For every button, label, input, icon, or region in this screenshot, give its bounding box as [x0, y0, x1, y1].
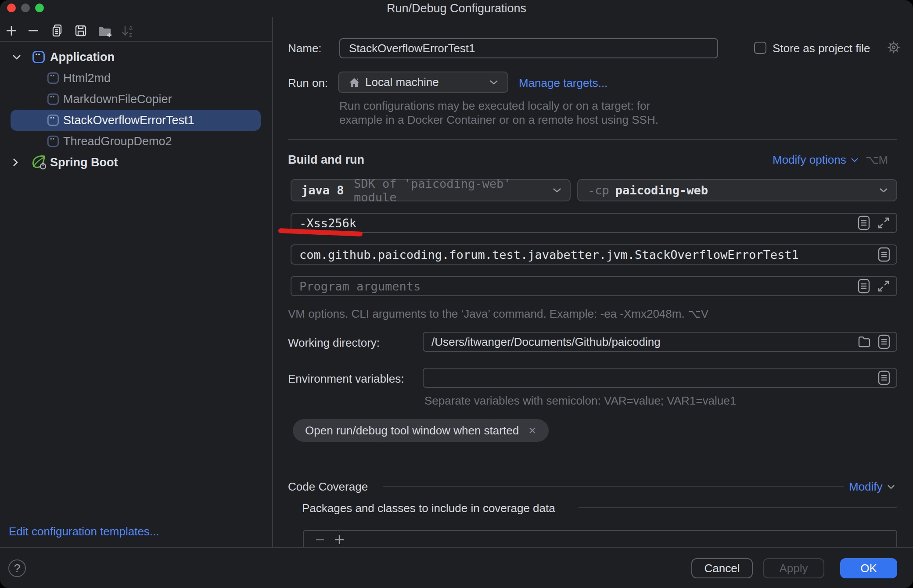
svg-text:z: z: [129, 31, 132, 38]
run-on-value: Local machine: [365, 75, 439, 89]
main-class-input[interactable]: com.github.paicoding.forum.test.javabett…: [291, 244, 897, 265]
tree-item-label: Application: [50, 50, 115, 64]
folder-icon[interactable]: [858, 336, 871, 348]
tree-item-spring-boot[interactable]: Spring Boot: [0, 152, 272, 173]
section-separator: [288, 139, 897, 140]
add-pattern-icon[interactable]: [334, 534, 345, 545]
modify-options-dropdown[interactable]: Modify options ⌥M: [773, 153, 888, 167]
footer-separator: [0, 547, 913, 548]
tree-item-label: Spring Boot: [50, 156, 118, 169]
remove-pattern-icon[interactable]: [314, 534, 326, 545]
tree-item-label: Html2md: [63, 72, 111, 85]
working-directory-label: Working directory:: [288, 336, 380, 350]
modify-options-label: Modify options: [773, 153, 846, 167]
expand-list-icon[interactable]: [878, 247, 890, 262]
help-button[interactable]: ?: [8, 559, 26, 577]
remove-configuration-icon[interactable]: [26, 24, 40, 38]
chevron-down-icon: [552, 187, 562, 193]
modify-options-shortcut: ⌥M: [866, 153, 888, 167]
tree-item-html2md[interactable]: Html2md: [0, 68, 272, 89]
sort-alphabetically-icon[interactable]: a z: [120, 24, 135, 39]
environment-variables-hint: Separate variables with semicolon: VAR=v…: [424, 394, 736, 408]
sidebar-divider: [272, 17, 273, 547]
save-configuration-icon[interactable]: [74, 24, 88, 38]
tree-item-label: StackOverflowErrorTest1: [63, 114, 194, 127]
code-coverage-separator: [383, 486, 844, 487]
jre-select[interactable]: java 8 SDK of 'paicoding-web' module: [291, 179, 571, 201]
window-title: Run/Debug Configurations: [0, 2, 913, 15]
code-coverage-title: Code Coverage: [288, 480, 368, 494]
spring-boot-icon: [31, 155, 47, 170]
program-arguments-input[interactable]: Program arguments: [291, 276, 897, 296]
application-run-config-icon: [32, 50, 46, 64]
environment-variables-input[interactable]: [423, 368, 897, 388]
name-input[interactable]: StackOverflowErrorTest1: [339, 38, 718, 58]
close-icon[interactable]: ×: [528, 424, 536, 437]
run-config-icon: [47, 72, 60, 85]
add-configuration-icon[interactable]: [4, 24, 18, 38]
home-icon: [349, 77, 360, 88]
store-as-project-file-checkbox[interactable]: [754, 42, 766, 54]
run-on-hint-line1: Run configurations may be executed local…: [339, 99, 650, 113]
chevron-down-icon: [489, 79, 499, 85]
run-config-icon: [47, 93, 60, 106]
chevron-down-icon: [851, 158, 859, 162]
expand-list-icon[interactable]: [878, 334, 890, 349]
run-on-select[interactable]: Local machine: [338, 72, 508, 93]
tree-item-stackoverflowerrortest1-selected[interactable]: StackOverflowErrorTest1: [11, 110, 261, 131]
tree-item-application[interactable]: Application: [0, 47, 272, 68]
classpath-prefix: -cp: [588, 183, 609, 197]
run-debug-configurations-dialog: Run/Debug Configurations a z: [0, 0, 913, 588]
chevron-right-icon[interactable]: [12, 157, 18, 168]
tree-item-threadgroupdemo2[interactable]: ThreadGroupDemo2: [0, 131, 272, 152]
name-value: StackOverflowErrorTest1: [349, 42, 475, 55]
tree-item-label: MarkdownFileCopier: [63, 93, 172, 106]
working-directory-value: /Users/itwanger/Documents/Github/paicodi…: [431, 335, 661, 349]
open-run-debug-chip[interactable]: Open run/debug tool window when started …: [293, 419, 549, 442]
coverage-packages-panel: [303, 530, 897, 547]
coverage-packages-label: Packages and classes to include in cover…: [302, 502, 555, 515]
program-arguments-placeholder: Program arguments: [299, 280, 421, 293]
run-config-icon: [47, 114, 60, 127]
chevron-down-icon: [879, 187, 888, 193]
vm-options-value: -Xss256k: [299, 216, 356, 230]
build-and-run-title: Build and run: [288, 153, 364, 167]
svg-text:a: a: [129, 24, 133, 31]
working-directory-input[interactable]: /Users/itwanger/Documents/Github/paicodi…: [423, 332, 897, 352]
expand-field-icon[interactable]: [877, 280, 890, 293]
run-on-hint-line2: example in a Docker Container or on a re…: [339, 113, 658, 127]
coverage-packages-separator: [579, 507, 897, 508]
coverage-modify-label: Modify: [849, 480, 883, 494]
name-label: Name:: [288, 42, 322, 55]
expand-list-icon[interactable]: [878, 370, 890, 385]
tree-item-markdownfilecopier[interactable]: MarkdownFileCopier: [0, 89, 272, 110]
run-config-icon: [47, 135, 60, 148]
ok-button[interactable]: OK: [840, 558, 897, 578]
manage-targets-link[interactable]: Manage targets...: [519, 76, 607, 90]
vm-options-hint: VM options. CLI arguments to the ‘Java’ …: [288, 307, 708, 321]
gear-icon[interactable]: [887, 40, 901, 54]
apply-button[interactable]: Apply: [763, 558, 824, 578]
run-on-label: Run on:: [288, 76, 328, 90]
chevron-down-icon: [887, 484, 895, 489]
expand-list-icon[interactable]: [858, 215, 870, 230]
cancel-button[interactable]: Cancel: [691, 558, 753, 578]
jre-note: SDK of 'paicoding-web' module: [354, 177, 552, 204]
tree-item-label: ThreadGroupDemo2: [63, 135, 172, 148]
chevron-down-icon[interactable]: [11, 54, 22, 60]
classpath-select[interactable]: -cp paicoding-web: [577, 179, 897, 201]
store-as-project-file-label: Store as project file: [773, 42, 870, 55]
coverage-modify-dropdown[interactable]: Modify: [849, 480, 895, 494]
sidebar-toolbar-separator: [0, 41, 272, 42]
environment-variables-label: Environment variables:: [288, 372, 404, 386]
chip-label: Open run/debug tool window when started: [305, 424, 519, 437]
copy-configuration-icon[interactable]: [50, 24, 65, 38]
classpath-value: paicoding-web: [615, 183, 708, 197]
edit-configuration-templates-link[interactable]: Edit configuration templates...: [9, 525, 159, 538]
vm-options-input[interactable]: -Xss256k: [291, 213, 897, 233]
expand-field-icon[interactable]: [877, 216, 890, 229]
expand-list-icon[interactable]: [858, 279, 870, 294]
main-class-value: com.github.paicoding.forum.test.javabett…: [299, 248, 799, 262]
new-folder-icon[interactable]: [97, 24, 112, 38]
